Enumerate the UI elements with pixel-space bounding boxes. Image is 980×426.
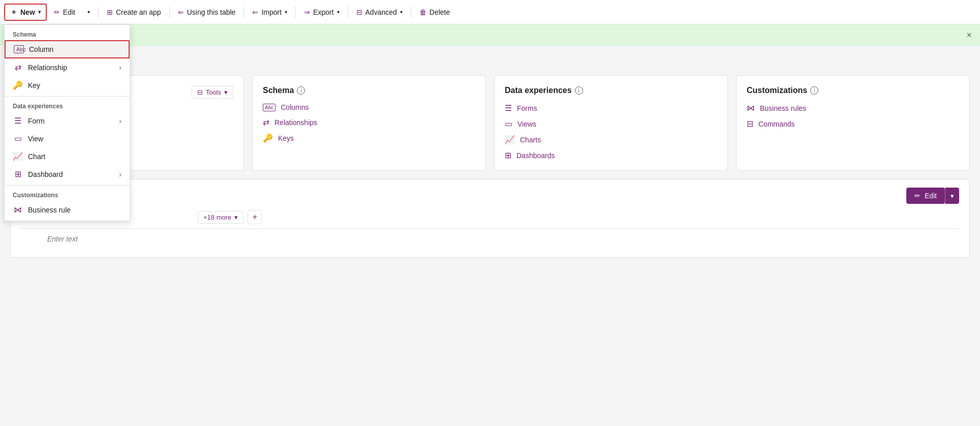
column-label: Column xyxy=(29,45,53,53)
import-chevron-icon: ▾ xyxy=(285,9,287,15)
table-section: columns and data ✏ Edit ▾ Abc File ident… xyxy=(10,179,970,258)
data-exp-card-title: Data experiences xyxy=(505,86,572,95)
using-table-button[interactable]: ⇐ Using this table xyxy=(173,5,241,19)
commands-link[interactable]: ⊟ Commands xyxy=(747,119,959,129)
dashboards-link[interactable]: ⊞ Dashboards xyxy=(505,150,717,160)
columns-link[interactable]: Abc Columns xyxy=(263,103,475,111)
view-icon: ▭ xyxy=(13,134,23,143)
columns-icon: Abc xyxy=(263,104,275,111)
custom-card-header: Customizations i xyxy=(747,86,959,95)
schema-section-label: Schema xyxy=(5,27,130,40)
keys-link[interactable]: 🔑 Keys xyxy=(263,133,475,143)
views-link[interactable]: ▭ Views xyxy=(505,119,717,129)
edit-button-label: Edit xyxy=(63,8,75,16)
column-icon: Abc xyxy=(14,45,24,53)
dashboards-icon: ⊞ xyxy=(505,150,511,160)
dashboards-label: Dashboards xyxy=(516,151,555,160)
menu-item-column[interactable]: Abc Column xyxy=(5,40,130,58)
edit-chevron-button[interactable]: ▾ xyxy=(82,6,95,18)
commands-icon: ⊟ xyxy=(747,119,753,129)
commands-label: Commands xyxy=(758,120,795,128)
business-rules-link[interactable]: ⋈ Business rules xyxy=(747,103,959,113)
import-label: Import xyxy=(261,8,282,16)
chart-icon: 📈 xyxy=(13,151,23,161)
delete-button[interactable]: 🗑 Delete xyxy=(414,5,455,19)
columns-label: Columns xyxy=(281,103,309,111)
create-app-button[interactable]: ⊞ Create an app xyxy=(102,5,166,19)
key-icon: 🔑 xyxy=(13,80,23,90)
more-columns-button[interactable]: +18 more ▾ xyxy=(198,211,243,224)
toolbar-divider-6 xyxy=(411,6,411,18)
table-edit-chevron-button[interactable]: ▾ xyxy=(945,188,959,204)
menu-item-form[interactable]: ☰ Form › xyxy=(5,112,130,130)
schema-card-title: Schema xyxy=(263,86,294,95)
add-column-button[interactable]: + xyxy=(248,210,262,224)
edit-chevron-icon: ▾ xyxy=(87,9,90,15)
forms-link[interactable]: ☰ Forms xyxy=(505,103,717,113)
relationship-icon: ⇄ xyxy=(13,63,23,72)
forms-label: Forms xyxy=(517,104,537,112)
notification-close-button[interactable]: × xyxy=(966,30,972,41)
charts-icon: 📈 xyxy=(505,135,515,144)
table-edit-label: Edit xyxy=(925,192,937,200)
relationship-label: Relationship xyxy=(28,64,67,72)
menu-item-dashboard[interactable]: ⊞ Dashboard › xyxy=(5,165,130,183)
menu-divider-2 xyxy=(5,185,130,186)
data-experiences-section-label: Data experiences xyxy=(5,99,130,112)
toolbar-divider-1 xyxy=(98,6,99,18)
import-icon: ⇐ xyxy=(252,8,258,16)
menu-item-business-rule[interactable]: ⋈ Business rule xyxy=(5,201,130,219)
tools-button[interactable]: ⊟ Tools ▾ xyxy=(192,86,233,99)
menu-item-chart[interactable]: 📈 Chart xyxy=(5,147,130,165)
relationships-link[interactable]: ⇄ Relationships xyxy=(263,117,475,127)
dashboard-chevron-icon: › xyxy=(119,170,121,178)
table-edit-button[interactable]: ✏ Edit xyxy=(906,188,945,204)
page-header: pboxFiles xyxy=(10,54,970,67)
enter-text-cell[interactable] xyxy=(41,233,194,245)
notification-bar: ✔ DropboxFiles × xyxy=(0,24,980,46)
add-col-icon: + xyxy=(253,212,257,222)
toolbar-divider-3 xyxy=(243,6,244,18)
custom-card-title: Customizations xyxy=(747,86,807,95)
import-button[interactable]: ⇐ Import ▾ xyxy=(247,5,292,19)
customizations-card: Customizations i ⋈ Business rules ⊟ Comm… xyxy=(736,75,970,171)
advanced-icon: ⊟ xyxy=(356,8,362,16)
customizations-section-label: Customizations xyxy=(5,188,130,201)
plus-icon: ＋ xyxy=(10,8,17,17)
data-exp-links: ☰ Forms ▭ Views 📈 Charts ⊞ Dashboards xyxy=(505,103,717,160)
export-button[interactable]: ⇒ Export ▾ xyxy=(299,5,344,19)
relationships-icon: ⇄ xyxy=(263,117,269,127)
new-chevron-icon: ▾ xyxy=(38,9,41,15)
views-icon: ▭ xyxy=(505,119,512,129)
enter-text-input[interactable] xyxy=(47,235,188,243)
form-chevron-icon: › xyxy=(119,117,121,125)
key-label: Key xyxy=(28,81,40,89)
keys-label: Keys xyxy=(278,134,294,142)
using-table-icon: ⇐ xyxy=(178,8,184,16)
menu-item-view[interactable]: ▭ View xyxy=(5,130,130,147)
schema-links: Abc Columns ⇄ Relationships 🔑 Keys xyxy=(263,103,475,143)
keys-icon: 🔑 xyxy=(263,133,273,143)
menu-item-relationship[interactable]: ⇄ Relationship › xyxy=(5,58,130,76)
chart-label: Chart xyxy=(28,153,45,161)
custom-links: ⋈ Business rules ⊟ Commands xyxy=(747,103,959,129)
tools-chevron-icon: ▾ xyxy=(224,88,228,96)
edit-icon: ✏ xyxy=(54,8,60,16)
new-dropdown-menu: Schema Abc Column ⇄ Relationship › 🔑 Key… xyxy=(4,24,130,221)
data-exp-info-icon: i xyxy=(575,86,583,95)
delete-label: Delete xyxy=(430,8,450,16)
delete-icon: 🗑 xyxy=(419,8,426,16)
edit-button[interactable]: ✏ Edit xyxy=(49,5,80,19)
table-edit-chevron-icon: ▾ xyxy=(951,192,954,200)
schema-card-header: Schema i xyxy=(263,86,475,95)
view-label: View xyxy=(28,135,43,143)
advanced-button[interactable]: ⊟ Advanced ▾ xyxy=(351,5,408,19)
new-button-label: New xyxy=(20,8,35,16)
new-button[interactable]: ＋ New ▾ xyxy=(4,4,47,21)
cards-row: ⚙ Properties ⊟ Tools ▾ Primary column Fi… xyxy=(10,75,970,171)
relationship-chevron-icon: › xyxy=(119,64,121,72)
charts-link[interactable]: 📈 Charts xyxy=(505,135,717,144)
export-chevron-icon: ▾ xyxy=(337,9,340,15)
menu-item-key[interactable]: 🔑 Key xyxy=(5,76,130,94)
custom-info-icon: i xyxy=(810,86,818,95)
